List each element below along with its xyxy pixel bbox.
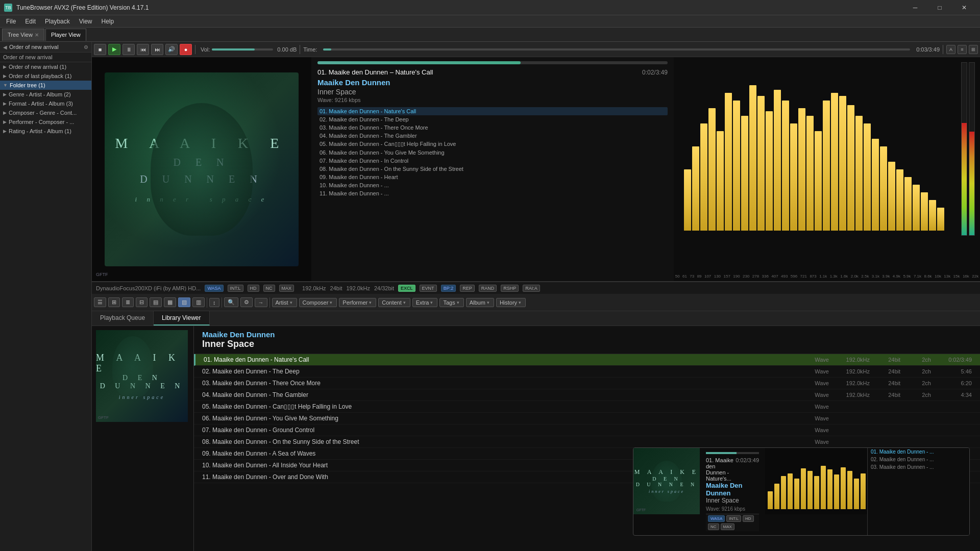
mp-max[interactable]: MAX (721, 523, 734, 530)
lv-track-row-2[interactable]: 02. Maaike den Dunnen - The Deep Wave 19… (194, 366, 980, 378)
tab-tree-view-close[interactable]: ✕ (35, 32, 39, 38)
bp2-badge[interactable]: BP:2 (441, 285, 456, 292)
tags-dropdown[interactable]: Tags (439, 298, 463, 307)
menu-help[interactable]: Help (97, 17, 118, 26)
rand-badge[interactable]: RAND (479, 285, 497, 292)
evnt-badge[interactable]: EVNT (420, 285, 437, 292)
mp-hd[interactable]: HD (743, 515, 754, 522)
int-badge[interactable]: INT:L (228, 285, 243, 292)
artist-dropdown[interactable]: Artist (272, 298, 297, 307)
stop-button[interactable]: ■ (94, 44, 106, 55)
track-list-item-7[interactable]: 07. Maaike den Dunnen - In Control (317, 157, 668, 165)
next-button[interactable]: ⏭ (151, 44, 163, 55)
sidebar-settings-icon[interactable]: ⚙ (84, 44, 88, 50)
max-badge[interactable]: MAX (279, 285, 295, 292)
vt-search-btn[interactable]: 🔍 (224, 297, 238, 307)
prev-button[interactable]: ⏮ (137, 44, 149, 55)
track-list-item-5[interactable]: 05. Maaike den Dunnen - Can▯▯▯t Help Fal… (317, 140, 668, 148)
track-list-item-1[interactable]: 01. Maaike den Dunnen - Nature's Call (317, 107, 668, 115)
sidebar-item-format[interactable]: ▶ Format - Artist - Album (3) (0, 99, 91, 108)
lv-track-row-3[interactable]: 03. Maaike den Dunnen - There Once More … (194, 378, 980, 389)
mp-nc[interactable]: NC (708, 523, 719, 530)
vt-list-btn[interactable]: ☰ (94, 297, 106, 307)
lv-track-row-8[interactable]: 08. Maaike den Dunnen - On the Sunny Sid… (194, 436, 980, 448)
track-progress-bar[interactable] (317, 61, 668, 64)
hd-badge[interactable]: HD (248, 285, 259, 292)
extra-dropdown[interactable]: Extra (412, 298, 438, 307)
close-button[interactable]: ✕ (952, 0, 976, 15)
vt-sort-btn[interactable]: ↕ (209, 298, 219, 307)
eq-button[interactable]: A (946, 45, 955, 54)
bit1-label: 24bit (330, 285, 342, 291)
track-list-item-9[interactable]: 09. Maaike den Dunnen - Heart (317, 173, 668, 181)
restore-button[interactable]: □ (928, 0, 951, 15)
record-button[interactable]: ● (180, 44, 192, 55)
lv-track-row-7[interactable]: 07. Maaike den Dunnen - Ground Control W… (194, 424, 980, 436)
vt-filter-btn[interactable]: ⚙ (240, 297, 253, 307)
lv-track-row-1[interactable]: 01. Maaike den Dunnen - Nature's Call Wa… (194, 354, 980, 366)
history-dropdown[interactable]: History (496, 298, 526, 307)
composer-dropdown[interactable]: Composer (299, 298, 337, 307)
sidebar-arrow[interactable]: ◀ (3, 44, 7, 50)
lv-track-row-4[interactable]: 04. Maaike den Dunnen - The Gambler Wave… (194, 389, 980, 401)
track-list-item-2[interactable]: 02. Maaike den Dunnen - The Deep (317, 115, 668, 123)
sidebar-item-rating[interactable]: ▶ Rating - Artist - Album (1) (0, 127, 91, 136)
sidebar-item-playback[interactable]: ▶ Order of last playback (1) (0, 71, 91, 81)
menu-view[interactable]: View (75, 17, 96, 26)
track-list-item-6[interactable]: 06. Maaike den Dunnen - You Give Me Some… (317, 148, 668, 157)
vt-arrow-btn[interactable]: → (255, 298, 267, 307)
volume-bar[interactable] (212, 48, 273, 51)
time-bar[interactable] (323, 48, 910, 51)
vt-view3-btn[interactable]: ▦ (164, 297, 176, 307)
sidebar-item-composer[interactable]: ▶ Composer - Genre - Cont... (0, 108, 91, 117)
track-list-item-4[interactable]: 04. Maaike den Dunnen - The Gambler (317, 132, 668, 140)
performer-dropdown[interactable]: Performer (339, 298, 376, 307)
sidebar-item-folder[interactable]: ▼ Folder tree (1) (0, 81, 91, 90)
lv-track-row-6[interactable]: 06. Maaike den Dunnen - You Give Me Some… (194, 413, 980, 424)
mp-tl-item-3[interactable]: 03. Maaike den Dunnen - ... (868, 463, 969, 471)
track-list-item-10[interactable]: 10. Maaike den Dunnen - ... (317, 181, 668, 189)
sidebar-item-performer[interactable]: ▶ Performer - Composer - ... (0, 117, 91, 127)
nc-badge[interactable]: NC (263, 285, 275, 292)
track-list-item-11[interactable]: 11. Maaike den Dunnen - ... (317, 189, 668, 197)
play-button[interactable]: ▶ (108, 44, 120, 55)
sidebar-item-arrival[interactable]: ▶ Order of new arrival (1) (0, 62, 91, 71)
track-list-item-3[interactable]: 03. Maaike den Dunnen - There Once More (317, 123, 668, 132)
menu-file[interactable]: File (2, 17, 20, 26)
rshp-badge[interactable]: RSHP (501, 285, 519, 292)
minimize-button[interactable]: ─ (903, 0, 927, 15)
vt-view2-btn[interactable]: ▤ (150, 297, 162, 307)
mp-wasa[interactable]: WASA (708, 515, 725, 522)
raia-badge[interactable]: RAI:A (523, 285, 540, 292)
sub-tab-library[interactable]: Library Viewer (154, 311, 209, 325)
lv-track-row-5[interactable]: 05. Maaike den Dunnen - Can▯▯▯t Help Fal… (194, 401, 980, 413)
content-dropdown[interactable]: Content (378, 298, 410, 307)
tab-tree-view[interactable]: Tree View ✕ (2, 29, 44, 41)
vt-view4-btn[interactable]: ▥ (192, 297, 205, 307)
vt-active-btn[interactable]: ▧ (178, 297, 190, 307)
pause-button[interactable]: ⏸ (122, 44, 135, 55)
menu-playback[interactable]: Playback (41, 17, 74, 26)
mp-tl-item-1[interactable]: 01. Maaike den Dunnen - ... (868, 448, 969, 456)
freq-label-596: 596 (791, 274, 797, 279)
mp-progress[interactable] (706, 452, 759, 454)
vt-grid-btn[interactable]: ⊞ (108, 297, 120, 307)
tab-player-view[interactable]: Player View (45, 29, 86, 41)
excl-badge[interactable]: EXCL (398, 285, 415, 292)
mp-tl-item-2[interactable]: 02. Maaike den Dunnen - ... (868, 456, 969, 463)
sidebar-item-genre[interactable]: ▶ Genre - Artist - Album (2) (0, 90, 91, 99)
list-view-button[interactable]: ≡ (958, 45, 967, 54)
sub-tab-queue[interactable]: Playback Queue (92, 311, 154, 325)
mute-button[interactable]: 🔊 (165, 44, 178, 55)
lv-track-time-2: 5:46 (931, 368, 972, 374)
track-list-item-8[interactable]: 08. Maaike den Dunnen - On the Sunny Sid… (317, 165, 668, 173)
menu-edit[interactable]: Edit (21, 17, 40, 26)
vt-col-btn[interactable]: ⊟ (136, 297, 148, 307)
level-fill-l (962, 123, 967, 235)
vt-detail-btn[interactable]: ≣ (122, 297, 134, 307)
grid-view-button[interactable]: ⊞ (969, 45, 978, 54)
rep-badge[interactable]: REP (460, 285, 475, 292)
mp-int[interactable]: INT:L (726, 515, 741, 522)
wasa-badge[interactable]: WASA (205, 285, 223, 292)
album-dropdown[interactable]: Album (466, 298, 494, 307)
